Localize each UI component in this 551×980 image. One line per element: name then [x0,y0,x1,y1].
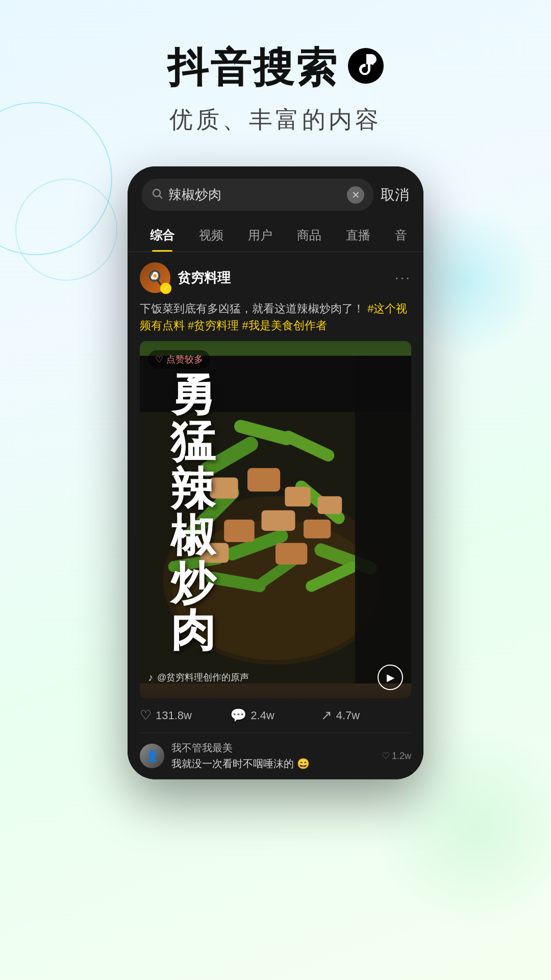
likes-icon: ♡ [140,707,152,723]
tab-user[interactable]: 用户 [236,219,285,252]
post-desc-text: 下饭菜到底有多凶猛，就看这道辣椒炒肉了！ [140,302,364,315]
shares-count: 4.7w [336,709,360,722]
comments-icon: 💬 [230,707,246,723]
comment-likes-count: 1.2w [392,751,411,762]
post-author-info: 🍳 ✓ 贫穷料理 [140,262,231,293]
cancel-search-button[interactable]: 取消 [381,185,409,205]
tab-live[interactable]: 直播 [334,219,383,252]
commenter-username: 我不管我最美 [171,741,374,755]
post-stats: ♡ 131.8w 💬 2.4w ↗ 4.7w [140,698,411,733]
post-avatar: 🍳 ✓ [140,262,170,293]
comment-text: 我就没一次看时不咽唾沫的 😄 [171,757,374,771]
tab-audio[interactable]: 音 [383,219,419,252]
subtitle-text: 优质、丰富的内容 [0,104,551,136]
clear-search-button[interactable]: ✕ [347,186,364,204]
phone-container: 辣椒炒肉 ✕ 取消 综合 视频 用户 商品 [0,166,551,779]
main-title: 抖音搜索 [0,41,551,96]
search-icon [151,187,163,203]
commenter-avatar: 👤 [140,744,164,768]
tiktok-music-icon: ♪ [148,672,153,683]
comment-content: 我不管我最美 我就没一次看时不咽唾沫的 😄 [171,741,374,771]
tab-comprehensive[interactable]: 综合 [138,219,187,252]
comments-count: 2.4w [251,709,274,722]
likes-stat[interactable]: ♡ 131.8w [140,707,230,723]
post-header: 🍳 ✓ 贫穷料理 ··· [140,262,411,293]
search-bar: 辣椒炒肉 ✕ 取消 [128,166,423,219]
post-description: 下饭菜到底有多凶猛，就看这道辣椒炒肉了！ #这个视频有点料 #贫穷料理 #我是美… [140,300,411,334]
video-thumbnail[interactable]: ♡ 点赞较多 勇猛辣椒炒肉 ♪ @贫穷料理创作的原声 ▶ [140,341,411,698]
video-sound-info: ♪ @贫穷料理创作的原声 [148,671,249,683]
comment-likes: ♡ 1.2w [382,750,411,762]
play-button[interactable]: ▶ [378,665,403,690]
video-bottom-bar: ♪ @贫穷料理创作的原声 ▶ [148,665,403,690]
tab-product[interactable]: 商品 [285,219,334,252]
tabs-row: 综合 视频 用户 商品 直播 音 [128,219,423,252]
badge-text: 点赞较多 [166,353,203,365]
more-options-button[interactable]: ··· [395,270,411,286]
likes-count: 131.8w [156,709,192,722]
header-area: 抖音搜索 优质、丰富的内容 [0,0,551,156]
post-card: 🍳 ✓ 贫穷料理 ··· 下饭菜到底有多凶猛，就看这道辣椒炒肉了！ #这个视频有… [128,252,423,779]
tiktok-logo-icon [348,48,384,84]
heart-icon: ♡ [155,354,163,365]
video-title-overlay: 勇猛辣椒炒肉 [170,372,411,654]
sound-attribution: @贫穷料理创作的原声 [157,671,249,683]
video-like-badge: ♡ 点赞较多 [148,350,210,369]
post-username[interactable]: 贫穷料理 [178,269,231,287]
share-icon: ↗ [321,707,332,723]
comments-stat[interactable]: 💬 2.4w [230,707,320,723]
search-query-text: 辣椒炒肉 [168,186,342,204]
comment-heart-icon: ♡ [382,750,390,762]
verified-badge: ✓ [160,283,171,294]
search-input-box[interactable]: 辣椒炒肉 ✕ [142,179,373,211]
phone-mockup: 辣椒炒肉 ✕ 取消 综合 视频 用户 商品 [128,166,423,779]
phone-screen: 辣椒炒肉 ✕ 取消 综合 视频 用户 商品 [128,166,423,779]
comment-preview: 👤 我不管我最美 我就没一次看时不咽唾沫的 😄 ♡ 1.2w [140,733,411,779]
tab-video[interactable]: 视频 [187,219,236,252]
shares-stat[interactable]: ↗ 4.7w [321,707,411,723]
app-title-text: 抖音搜索 [167,41,339,96]
